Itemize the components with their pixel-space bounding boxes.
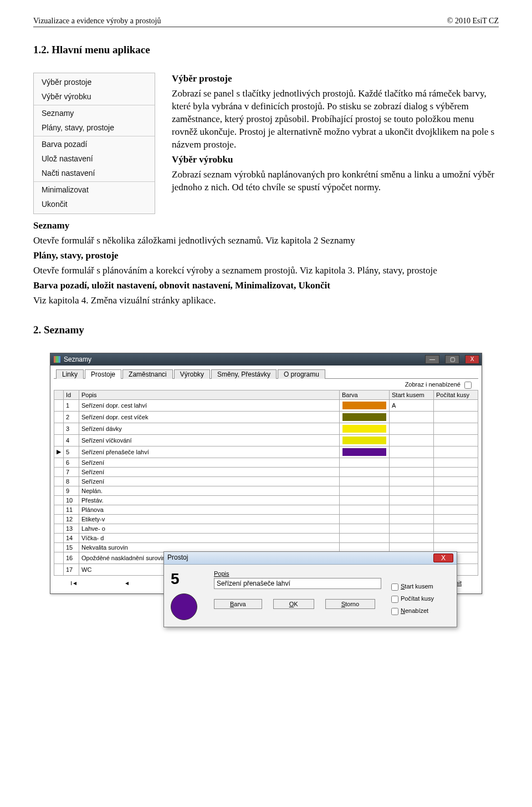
menu-item[interactable]: Výběr prostoje: [34, 75, 155, 90]
menu-item[interactable]: Minimalizovat: [34, 183, 155, 197]
table-row[interactable]: 3Seřízení dávky: [54, 423, 478, 434]
tab-sm-ny-p-est-vky[interactable]: Směny, Přestávky: [211, 369, 277, 379]
table-row[interactable]: 13Lahve- o: [54, 524, 478, 533]
p-plany: Otevře formulář s plánováním a korekcí v…: [33, 265, 499, 277]
table-row[interactable]: 15Nekvalita surovin: [54, 542, 478, 552]
tab-linky[interactable]: Linky: [56, 369, 84, 379]
header-right: © 2010 EsiT CZ: [447, 17, 499, 26]
app-main-menu-screenshot: Výběr prostojeVýběr výrobkuSeznamyPlány,…: [33, 73, 155, 214]
h-vyber-vyrobku: Výběr výrobku: [172, 154, 499, 166]
h-barva: Barva pozadí, uložit nastavení, obnovit …: [33, 280, 499, 292]
pocitat-kusy-check[interactable]: Počítat kusy: [389, 594, 450, 605]
barva-button[interactable]: Barva: [214, 599, 262, 609]
h-seznamy: Seznamy: [33, 220, 499, 232]
table-row[interactable]: 7Seřízení: [54, 467, 478, 476]
menu-item[interactable]: Načti nastavení: [34, 166, 155, 181]
section2-title: 2. Seznamy: [33, 324, 499, 336]
menu-item[interactable]: Seznamy: [34, 106, 155, 121]
storno-button[interactable]: Storno: [325, 599, 375, 609]
menu-item[interactable]: Plány, stavy, prostoje: [34, 121, 155, 135]
table-row[interactable]: 12Etikety-v: [54, 514, 478, 524]
tab-v-robky[interactable]: Výrobky: [174, 369, 210, 379]
dialog-close-button[interactable]: X: [433, 554, 453, 562]
close-button[interactable]: X: [465, 355, 479, 364]
show-not-offered[interactable]: Zobraz i nenabízené: [405, 381, 473, 388]
nav-first[interactable]: ı◂: [70, 579, 78, 587]
popis-label: Popis: [214, 570, 381, 577]
color-swatch: [171, 593, 197, 620]
p-seznamy: Otevře formulář s několika záložkami jed…: [33, 235, 499, 247]
column-header[interactable]: Popis: [79, 390, 340, 399]
prostoj-dialog: Prostoj X 5 Popis Barva OK Storno Start …: [163, 551, 457, 627]
p-vyber-vyrobku: Zobrazí seznam výrobků naplánovaných pro…: [172, 169, 499, 194]
table-row[interactable]: 11Plánova: [54, 505, 478, 514]
popis-input[interactable]: [214, 578, 381, 589]
header-left: Vizualizace a evidence výroby a prostojů: [33, 17, 161, 26]
menu-item[interactable]: Výběr výrobku: [34, 90, 155, 104]
tab-prostoje[interactable]: Prostoje: [85, 369, 121, 379]
bar-icon: [54, 356, 60, 363]
menu-item[interactable]: Ulož nastavení: [34, 152, 155, 166]
column-header[interactable]: Start kusem: [390, 390, 434, 399]
dialog-title: Prostoj: [167, 554, 433, 562]
section-title: 1.2. Hlavní menu aplikace: [33, 44, 499, 56]
table-row[interactable]: 1Seřízení dopr. cest lahvíA: [54, 399, 478, 411]
h-vyber-prostoje: Výběr prostoje: [172, 73, 499, 85]
prostoje-grid[interactable]: IdPopisBarvaStart kusemPočítat kusy 1Seř…: [54, 390, 478, 576]
column-header[interactable]: Barva: [340, 390, 390, 399]
dialog-id: 5: [171, 570, 206, 588]
table-row[interactable]: 8Seřízení: [54, 476, 478, 486]
menu-item[interactable]: Barva pozadí: [34, 138, 155, 152]
window-title: Seznamy: [64, 356, 422, 363]
show-not-offered-checkbox[interactable]: [464, 382, 472, 389]
ok-button[interactable]: OK: [273, 599, 314, 609]
tab-o-programu[interactable]: O programu: [278, 369, 325, 379]
table-row[interactable]: 9Neplán.: [54, 486, 478, 495]
start-kusem-check[interactable]: Start kusem: [389, 582, 450, 592]
p-vyber-prostoje: Zobrazí se panel s tlačítky jednotlivých…: [172, 88, 499, 151]
h-plany: Plány, stavy, prostoje: [33, 250, 499, 262]
table-row[interactable]: 4Seřízení víčkování: [54, 434, 478, 446]
nav-prev[interactable]: ◂: [125, 579, 130, 587]
minimize-button[interactable]: —: [425, 355, 439, 364]
p-barva: Viz kapitola 4. Změna vizuální stránky a…: [33, 295, 499, 307]
tab-zam-stnanci[interactable]: Zaměstnanci: [122, 369, 173, 379]
nenabizet-check[interactable]: Nenabízet: [389, 606, 450, 617]
table-row[interactable]: 2Seřízení dopr. cest víček: [54, 411, 478, 423]
table-row[interactable]: ▶5Seřízení přenašeče lahví: [54, 446, 478, 458]
column-header[interactable]: Id: [64, 390, 79, 399]
table-row[interactable]: 6Seřízení: [54, 458, 478, 467]
maximize-button[interactable]: ▢: [445, 355, 459, 364]
table-row[interactable]: 14Víčka- d: [54, 533, 478, 542]
table-row[interactable]: 10Přestáv.: [54, 495, 478, 505]
menu-item[interactable]: Ukončit: [34, 197, 155, 212]
column-header[interactable]: Počítat kusy: [434, 390, 478, 399]
